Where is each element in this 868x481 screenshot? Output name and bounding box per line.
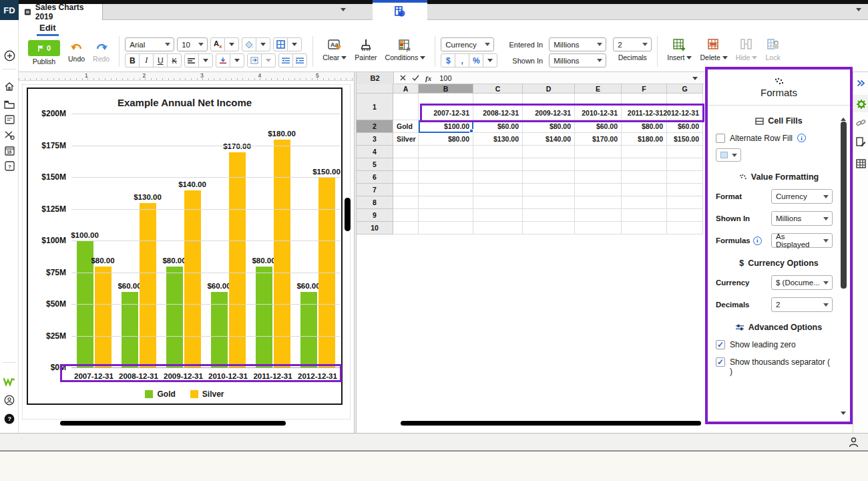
- table-panel-button[interactable]: [855, 158, 867, 169]
- cell-A1[interactable]: [393, 94, 419, 120]
- cell-F7[interactable]: [622, 184, 667, 196]
- vertical-scrollbar-thumb[interactable]: [345, 198, 351, 231]
- cell-C9[interactable]: [473, 209, 523, 222]
- horizontal-scrollbar-thumb[interactable]: [401, 421, 701, 426]
- column-header-G[interactable]: G: [667, 84, 703, 94]
- column-header-F[interactable]: F: [622, 84, 667, 94]
- cell-G7[interactable]: [667, 184, 703, 196]
- fill-handle[interactable]: [469, 129, 473, 133]
- undo-button[interactable]: Undo: [68, 43, 85, 63]
- row-header-1[interactable]: 1: [357, 94, 393, 120]
- cell-G6[interactable]: [667, 171, 703, 184]
- cell-B3[interactable]: $80.00: [419, 133, 473, 146]
- edit-menu[interactable]: Edit: [37, 23, 59, 36]
- fill-color-button[interactable]: [242, 37, 256, 51]
- currency-select[interactable]: $ (Docume...: [771, 275, 833, 290]
- sidebar-item-files[interactable]: [3, 98, 15, 110]
- tab-list-dropdown-icon[interactable]: [341, 8, 346, 14]
- entered-in-select[interactable]: Millions: [549, 37, 606, 51]
- cell-A5[interactable]: [393, 158, 419, 171]
- cell-B10[interactable]: [419, 222, 473, 234]
- row-header-9[interactable]: 9: [357, 209, 393, 222]
- cell-A2[interactable]: Gold: [393, 120, 419, 133]
- cell-A9[interactable]: [393, 209, 419, 222]
- cell-D8[interactable]: [523, 196, 575, 209]
- row-header-5[interactable]: 5: [357, 158, 393, 171]
- sidebar-item-sign-off[interactable]: [3, 129, 15, 141]
- cell-A10[interactable]: [393, 222, 419, 234]
- cell-F8[interactable]: [622, 196, 667, 209]
- cell-F9[interactable]: [622, 209, 667, 222]
- format-select[interactable]: Currency: [771, 189, 833, 204]
- cell-B9[interactable]: [419, 209, 473, 222]
- cell-E3[interactable]: $170.00: [575, 133, 622, 146]
- cell-D3[interactable]: $140.00: [523, 133, 575, 146]
- cell-G3[interactable]: $150.00: [667, 133, 703, 146]
- cell-F6[interactable]: [622, 171, 667, 184]
- cell-A7[interactable]: [393, 184, 419, 196]
- cell-E7[interactable]: [575, 184, 622, 196]
- wrap-text-button[interactable]: [247, 53, 262, 67]
- collapse-panel-button[interactable]: [855, 77, 867, 89]
- cell-B5[interactable]: [419, 158, 473, 171]
- create-new-button[interactable]: [3, 49, 15, 61]
- align-button[interactable]: [184, 53, 199, 67]
- indent-decrease-button[interactable]: [278, 53, 293, 67]
- cell-F10[interactable]: [622, 222, 667, 234]
- wrap-text-dropdown[interactable]: [261, 53, 276, 67]
- font-color-dropdown[interactable]: [224, 37, 239, 51]
- cell-E9[interactable]: [575, 209, 622, 222]
- cell-A6[interactable]: [393, 171, 419, 184]
- cell-C5[interactable]: [473, 158, 523, 171]
- bar-gold-2009-12-31[interactable]: $80.00: [166, 267, 183, 368]
- italic-button[interactable]: I: [139, 53, 154, 67]
- cell-C10[interactable]: [473, 222, 523, 234]
- decimals-select[interactable]: 2: [613, 37, 652, 51]
- cell-D10[interactable]: [523, 222, 575, 234]
- column-header-A[interactable]: A: [393, 84, 419, 94]
- links-panel-button[interactable]: [855, 118, 867, 129]
- row-header-4[interactable]: 4: [357, 146, 393, 158]
- bar-silver-2012-12-31[interactable]: $150.00: [318, 178, 335, 368]
- cell-G10[interactable]: [667, 222, 703, 234]
- borders-dropdown[interactable]: [287, 37, 302, 51]
- conditions-button[interactable]: fx Conditions: [385, 39, 426, 61]
- publish-button[interactable]: 0 Publish: [28, 40, 60, 65]
- formula-input[interactable]: 100: [439, 74, 451, 82]
- currency-format-button[interactable]: $: [441, 53, 455, 67]
- cell-D7[interactable]: [523, 184, 575, 196]
- shown-in-select[interactable]: Millions: [549, 53, 606, 67]
- font-color-button[interactable]: Ax: [210, 37, 225, 51]
- sidebar-item-calendar[interactable]: 16: [3, 144, 15, 156]
- show-leading-zero-checkbox[interactable]: ✓: [716, 340, 725, 349]
- font-size-select[interactable]: 10: [177, 37, 208, 51]
- column-header-E[interactable]: E: [575, 84, 622, 94]
- help-button[interactable]: ?: [3, 413, 15, 425]
- bold-button[interactable]: B: [125, 53, 140, 67]
- number-format-select[interactable]: Currency: [441, 37, 494, 51]
- underline-button[interactable]: U: [153, 53, 168, 67]
- cell-A8[interactable]: [393, 196, 419, 209]
- lock-button[interactable]: Lock: [765, 38, 780, 61]
- cell-B4[interactable]: [419, 146, 473, 158]
- cell-F5[interactable]: [622, 158, 667, 171]
- cell-E5[interactable]: [575, 158, 622, 171]
- row-header-7[interactable]: 7: [357, 184, 393, 196]
- support-button[interactable]: [3, 394, 15, 406]
- alternate-row-fill-checkbox[interactable]: [716, 134, 725, 143]
- indent-increase-button[interactable]: [292, 53, 307, 67]
- cell-B8[interactable]: [419, 196, 473, 209]
- column-header-D[interactable]: D: [523, 84, 575, 94]
- cell-C6[interactable]: [473, 171, 523, 184]
- vertical-align-dropdown[interactable]: [230, 53, 244, 67]
- presence-user-button[interactable]: [849, 437, 859, 450]
- cell-C3[interactable]: $130.00: [473, 133, 523, 146]
- show-thousands-separator-checkbox[interactable]: ✓: [716, 357, 725, 367]
- cell-G9[interactable]: [667, 209, 703, 222]
- comma-format-button[interactable]: ,: [455, 53, 469, 67]
- bar-silver-2011-12-31[interactable]: $180.00: [274, 140, 290, 368]
- bar-silver-2009-12-31[interactable]: $140.00: [184, 190, 201, 368]
- row-header-2[interactable]: 2: [357, 120, 393, 133]
- borders-button[interactable]: [273, 37, 288, 51]
- column-header-B[interactable]: B: [419, 84, 473, 94]
